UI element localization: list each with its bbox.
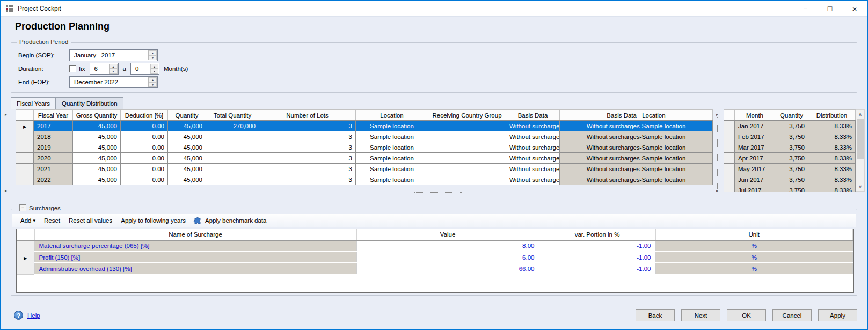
row-selector-header[interactable] <box>724 110 735 121</box>
cell-location[interactable]: Sample location <box>356 131 428 142</box>
cell-quantity[interactable]: 45,000 <box>168 153 206 164</box>
cell-deduction[interactable]: 0.00 <box>121 153 168 164</box>
cell-number-of-lots[interactable]: 3 <box>259 121 356 131</box>
cell-var-portion[interactable]: -1.00 <box>539 240 655 252</box>
col-name-of-surcharge[interactable]: Name of Surcharge <box>34 229 356 240</box>
cell-distribution[interactable]: 8.33% <box>808 174 856 185</box>
left-collapse-splitter[interactable] <box>3 113 9 193</box>
cell-deduction[interactable]: 0.00 <box>121 164 168 174</box>
cell-month[interactable]: Feb 2017 <box>735 131 775 142</box>
cell-fiscal-year[interactable]: 2019 <box>34 142 73 153</box>
spin-up-icon[interactable] <box>149 77 157 82</box>
spin-up-icon[interactable] <box>110 64 118 69</box>
cell-month[interactable]: May 2017 <box>735 164 775 174</box>
month-table-row[interactable]: May 20173,7508.33% <box>724 164 856 174</box>
cell-number-of-lots[interactable]: 3 <box>259 142 356 153</box>
cell-var-portion[interactable]: -1.00 <box>539 263 655 274</box>
row-selector-cell[interactable] <box>16 142 34 153</box>
add-button[interactable]: Add <box>16 216 40 225</box>
row-selector-cell[interactable] <box>16 153 34 164</box>
cell-distribution[interactable]: 8.33% <box>808 164 856 174</box>
cell-basis-data-location[interactable]: Without surcharges-Sample location <box>560 121 713 131</box>
row-selector-cell[interactable] <box>724 131 735 142</box>
cell-month-quantity[interactable]: 3,750 <box>775 153 808 164</box>
minimize-button[interactable] <box>793 1 818 16</box>
col-quantity[interactable]: Quantity <box>168 110 206 121</box>
cell-receiving-country-group[interactable] <box>428 142 506 153</box>
cell-basis-data[interactable]: Without surcharges <box>506 121 560 131</box>
surcharge-table-row[interactable]: Administrative overhead (130) [%]66.00-1… <box>17 263 853 274</box>
fix-checkbox[interactable] <box>69 65 76 72</box>
cell-gross-quantity[interactable]: 45,000 <box>73 121 121 131</box>
month-table-row[interactable]: Jun 20173,7508.33% <box>724 174 856 185</box>
col-location[interactable]: Location <box>356 110 428 121</box>
reset-all-values-button[interactable]: Reset all values <box>64 216 116 225</box>
col-distribution[interactable]: Distribution <box>808 110 856 121</box>
row-selector-cell[interactable] <box>16 164 34 174</box>
fiscal-table-row[interactable]: 201845,0000.0045,0003Sample locationWith… <box>16 131 713 142</box>
cell-deduction[interactable]: 0.00 <box>121 131 168 142</box>
spin-down-icon[interactable] <box>149 82 157 87</box>
cell-month[interactable]: Mar 2017 <box>735 142 775 153</box>
spin-up-icon[interactable] <box>150 64 158 69</box>
row-selector-header[interactable] <box>17 229 34 240</box>
cell-total-quantity[interactable] <box>206 153 259 164</box>
cell-number-of-lots[interactable]: 3 <box>259 164 356 174</box>
cell-total-quantity[interactable] <box>206 174 259 185</box>
month-table-scrollbar[interactable] <box>856 109 865 192</box>
cell-quantity[interactable]: 45,000 <box>168 142 206 153</box>
apply-button[interactable]: Apply <box>818 309 857 321</box>
cell-basis-data[interactable]: Without surcharges <box>506 142 560 153</box>
cell-location[interactable]: Sample location <box>356 142 428 153</box>
back-button[interactable]: Back <box>636 309 675 321</box>
end-eop-field[interactable]: December 2022 <box>69 76 158 88</box>
fiscal-table-row[interactable]: 202045,0000.0045,0003Sample locationWith… <box>16 153 713 164</box>
cell-receiving-country-group[interactable] <box>428 121 506 131</box>
col-month[interactable]: Month <box>735 110 775 121</box>
cell-month-quantity[interactable]: 3,750 <box>775 131 808 142</box>
fiscal-table-row[interactable]: 202145,0000.0045,0003Sample locationWith… <box>16 164 713 174</box>
row-selector-cell[interactable] <box>17 240 34 252</box>
cell-gross-quantity[interactable]: 45,000 <box>73 153 121 164</box>
horizontal-collapse-splitter[interactable] <box>414 192 462 193</box>
close-button[interactable] <box>842 1 867 16</box>
cell-basis-data-location[interactable]: Without surcharges-Sample location <box>560 131 713 142</box>
apply-benchmark-data-button[interactable]: Apply benchmark data <box>204 216 271 225</box>
cell-unit[interactable]: % <box>655 263 853 274</box>
cell-basis-data-location[interactable]: Without surcharges-Sample location <box>560 142 713 153</box>
next-button[interactable]: Next <box>681 309 720 321</box>
cell-basis-data[interactable]: Without surcharges <box>506 131 560 142</box>
cell-fiscal-year[interactable]: 2020 <box>34 153 73 164</box>
cell-quantity[interactable]: 45,000 <box>168 131 206 142</box>
col-value[interactable]: Value <box>356 229 539 240</box>
cell-total-quantity[interactable] <box>206 164 259 174</box>
cell-distribution[interactable]: 8.33% <box>808 153 856 164</box>
cell-month[interactable]: Jul 2017 <box>735 185 775 192</box>
cell-fiscal-year[interactable]: 2017 <box>34 121 73 131</box>
cell-total-quantity[interactable] <box>206 142 259 153</box>
col-basis-data-location[interactable]: Basis Data - Location <box>560 110 713 121</box>
ok-button[interactable]: OK <box>727 309 766 321</box>
col-receiving-country-group[interactable]: Receiving Country Group <box>428 110 506 121</box>
cell-receiving-country-group[interactable] <box>428 153 506 164</box>
cell-fiscal-year[interactable]: 2018 <box>34 131 73 142</box>
row-selector-cell[interactable] <box>724 174 735 185</box>
cell-month-quantity[interactable]: 3,750 <box>775 185 808 192</box>
cell-location[interactable]: Sample location <box>356 153 428 164</box>
cell-month[interactable]: Jan 2017 <box>735 121 775 131</box>
middle-collapse-splitter[interactable] <box>713 113 721 193</box>
cancel-button[interactable]: Cancel <box>772 309 812 321</box>
cell-distribution[interactable]: 8.33% <box>808 131 856 142</box>
cell-location[interactable]: Sample location <box>356 164 428 174</box>
surcharge-table-row[interactable]: Profit (150) [%]6.00-1.00% <box>17 252 853 263</box>
col-month-quantity[interactable]: Quantity <box>775 110 808 121</box>
cell-gross-quantity[interactable]: 45,000 <box>73 174 121 185</box>
cell-quantity[interactable]: 45,000 <box>168 174 206 185</box>
spin-down-icon[interactable] <box>150 69 158 74</box>
row-selector-cell[interactable] <box>724 142 735 153</box>
cell-basis-data[interactable]: Without surcharges <box>506 153 560 164</box>
cell-surcharge-name[interactable]: Profit (150) [%] <box>34 252 356 263</box>
cell-deduction[interactable]: 0.00 <box>121 121 168 131</box>
cell-gross-quantity[interactable]: 45,000 <box>73 131 121 142</box>
collapse-surcharges-button[interactable] <box>19 204 26 211</box>
